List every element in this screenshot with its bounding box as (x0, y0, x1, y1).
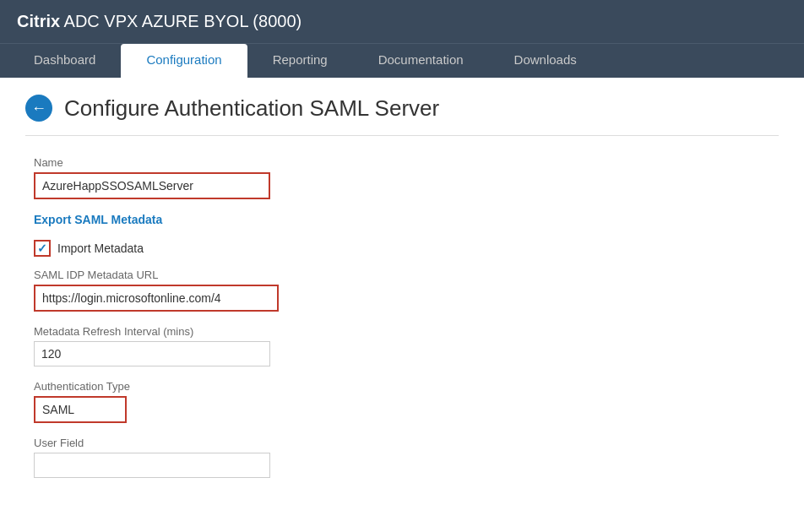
user-field-input[interactable] (34, 453, 270, 478)
metadata-refresh-group: Metadata Refresh Interval (mins) (34, 325, 617, 366)
app-header: Citrix ADC VPX AZURE BYOL (8000) (0, 0, 804, 43)
export-saml-group: Export SAML Metadata (34, 213, 617, 226)
saml-idp-url-label: SAML IDP Metadata URL (34, 269, 617, 281)
nav-reporting[interactable]: Reporting (247, 44, 353, 78)
export-saml-link[interactable]: Export SAML Metadata (34, 213, 617, 226)
page-content: ← Configure Authentication SAML Server N… (0, 78, 804, 508)
nav-downloads[interactable]: Downloads (489, 44, 602, 78)
import-metadata-label: Import Metadata (57, 242, 144, 255)
nav-documentation[interactable]: Documentation (353, 44, 489, 78)
user-field-group: User Field (34, 437, 617, 478)
page-title: Configure Authentication SAML Server (64, 95, 439, 122)
auth-type-input[interactable] (34, 396, 127, 423)
name-field-group: Name (34, 156, 617, 199)
import-metadata-checkbox[interactable]: ✓ (34, 240, 51, 257)
nav-configuration[interactable]: Configuration (121, 44, 247, 78)
user-field-label: User Field (34, 437, 617, 449)
saml-idp-url-input[interactable] (34, 285, 279, 312)
page-title-row: ← Configure Authentication SAML Server (25, 95, 779, 136)
checkmark-icon: ✓ (37, 242, 47, 255)
auth-type-label: Authentication Type (34, 380, 617, 393)
nav-dashboard[interactable]: Dashboard (8, 44, 121, 78)
name-label: Name (34, 156, 617, 169)
metadata-refresh-label: Metadata Refresh Interval (mins) (34, 325, 617, 338)
metadata-refresh-input[interactable] (34, 341, 270, 366)
saml-idp-url-group: SAML IDP Metadata URL (34, 269, 617, 312)
auth-type-group: Authentication Type (34, 380, 617, 423)
main-nav: Dashboard Configuration Reporting Docume… (0, 43, 804, 78)
form-section: Name Export SAML Metadata ✓ Import Metad… (25, 156, 617, 478)
back-button[interactable]: ← (25, 95, 52, 122)
back-arrow-icon: ← (31, 100, 46, 116)
name-input[interactable] (34, 172, 270, 199)
app-title: Citrix ADC VPX AZURE BYOL (8000) (17, 12, 302, 31)
import-metadata-row: ✓ Import Metadata (34, 240, 617, 257)
